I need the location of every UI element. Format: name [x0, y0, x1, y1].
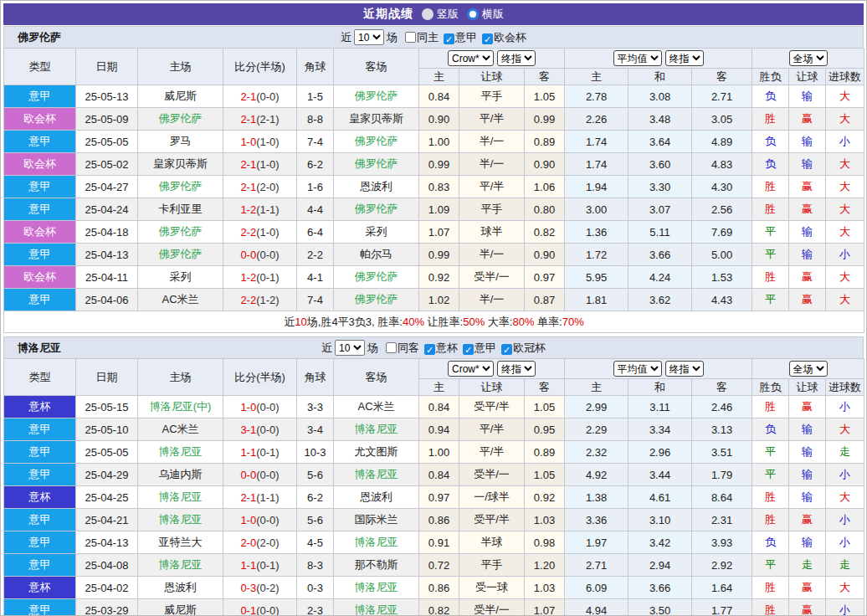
- handicap-cell: 半/一: [459, 131, 525, 153]
- avg-away-cell: 3.13: [692, 418, 752, 441]
- final-odds-select[interactable]: 终指: [497, 361, 536, 377]
- result-handicap-cell: 赢: [789, 266, 826, 289]
- home-team-cell: 佛罗伦萨: [138, 108, 223, 131]
- result-handicap-cell: 赢: [789, 176, 826, 198]
- team-name: 佛罗伦萨: [18, 30, 61, 45]
- final-avg-select[interactable]: 终指: [665, 361, 704, 377]
- result-wdl-cell: 胜: [752, 599, 789, 616]
- avg-draw-cell: 3.30: [628, 176, 692, 198]
- avg-home-cell: 2.32: [565, 441, 628, 464]
- final-avg-select[interactable]: 终指: [665, 50, 704, 66]
- radio-horizontal-icon[interactable]: [467, 8, 479, 20]
- radio-vertical-icon[interactable]: [422, 8, 434, 20]
- result-goals-cell: 小: [826, 531, 864, 554]
- result-wdl-cell: 胜: [752, 176, 789, 198]
- odds-source-select[interactable]: Crow*: [448, 361, 494, 377]
- sub-col-header: 客: [525, 69, 565, 85]
- corner-cell: 6-4: [297, 221, 334, 244]
- handicap-cell: 平手: [459, 198, 525, 221]
- average-select[interactable]: 平均值: [613, 50, 662, 66]
- sub-col-header: 让球: [789, 379, 826, 396]
- avg-away-cell: 2.31: [692, 509, 752, 531]
- team-name: 博洛尼亚: [18, 341, 61, 356]
- sub-col-header: 主: [419, 379, 459, 396]
- date-cell: 25-04-27: [76, 176, 138, 198]
- league-badge: 意甲: [4, 599, 76, 616]
- handicap-cell: 受平/半: [459, 509, 525, 531]
- corner-cell: 0-3: [297, 577, 334, 599]
- avg-draw-cell: 2.94: [628, 554, 692, 577]
- result-handicap-cell: 赢: [789, 396, 826, 418]
- filter-checkbox-label: 欧冠杯: [513, 341, 546, 354]
- result-goals-cell: 大: [826, 577, 864, 599]
- filter-checkbox[interactable]: ✓: [424, 344, 435, 355]
- filter-checkbox[interactable]: [386, 342, 397, 353]
- recent-label: 近: [321, 341, 332, 356]
- match-count-select[interactable]: 10: [354, 29, 384, 45]
- away-team-cell: 博洛尼亚: [334, 599, 419, 616]
- corner-cell: 8-3: [297, 554, 334, 577]
- score-cell: 1-2(0-1): [223, 266, 297, 289]
- sub-col-header: 主: [565, 379, 628, 396]
- result-goals-cell: 大: [826, 153, 864, 176]
- filter-checkbox[interactable]: [405, 32, 416, 43]
- result-wdl-cell: 胜: [752, 396, 789, 418]
- avg-home-cell: 2.78: [565, 85, 628, 108]
- league-checkboxes: 同客✓意杯✓意甲✓欧冠杯: [381, 341, 546, 356]
- result-goals-cell: 大: [826, 418, 864, 441]
- avg-draw-cell: 3.07: [628, 198, 692, 221]
- summary-segment: 近: [284, 316, 295, 328]
- date-cell: 25-04-13: [76, 244, 138, 266]
- filter-checkbox-label: 意杯: [436, 341, 458, 354]
- result-handicap-cell: 赢: [789, 289, 826, 311]
- avg-home-cell: 2.71: [565, 554, 628, 577]
- home-odds-cell: 0.86: [419, 577, 459, 599]
- fulltime-select[interactable]: 全场: [789, 361, 828, 377]
- league-badge: 意甲: [4, 509, 76, 531]
- result-handicap-cell: 赢: [789, 599, 826, 616]
- corner-cell: 1-6: [297, 176, 334, 198]
- average-select[interactable]: 平均值: [613, 361, 662, 377]
- final-odds-select[interactable]: 终指: [497, 50, 536, 66]
- result-handicap-cell: 赢: [789, 198, 826, 221]
- radio-horizontal-layout[interactable]: 横版: [467, 7, 504, 22]
- sub-col-header: 让球: [459, 379, 525, 396]
- league-badge: 意甲: [4, 289, 76, 311]
- avg-home-cell: 6.09: [565, 577, 628, 599]
- result-handicap-cell: 输: [789, 221, 826, 244]
- score-cell: 0-3(0-2): [223, 577, 297, 599]
- avg-home-cell: 1.94: [565, 176, 628, 198]
- filter-checkbox-label: 欧会杯: [494, 31, 526, 44]
- league-badge: 意杯: [4, 486, 76, 509]
- score-cell: 2-1(0-0): [223, 85, 297, 108]
- filter-checkbox[interactable]: ✓: [482, 33, 493, 44]
- away-odds-cell: 0.90: [525, 244, 565, 266]
- away-odds-cell: 1.03: [525, 509, 565, 531]
- odds-source-select[interactable]: Crow*: [448, 50, 494, 66]
- away-odds-cell: 1.06: [525, 176, 565, 198]
- col-score: 比分(半场): [223, 49, 297, 85]
- avg-home-cell: 2.29: [565, 418, 628, 441]
- radio-vertical-layout[interactable]: 竖版: [422, 7, 459, 22]
- result-wdl-cell: 平: [752, 554, 789, 577]
- corner-cell: 7-4: [297, 289, 334, 311]
- summary-segment: 单率:: [534, 316, 562, 328]
- filter-checkbox[interactable]: ✓: [444, 33, 454, 44]
- avg-home-cell: 4.94: [565, 599, 628, 616]
- date-cell: 25-05-09: [76, 108, 138, 131]
- fulltime-group: 全场: [752, 359, 864, 379]
- summary-segment: 40%: [403, 316, 424, 328]
- avg-draw-cell: 3.11: [628, 396, 692, 418]
- fulltime-select[interactable]: 全场: [789, 50, 828, 66]
- away-team-cell: 博洛尼亚: [334, 418, 419, 441]
- avg-away-cell: 2.46: [692, 396, 752, 418]
- filter-checkbox[interactable]: ✓: [463, 344, 474, 355]
- sections-container: 佛罗伦萨 近 10 场 同主✓意甲✓欧会杯 类型 日期 主场 比分(半场): [3, 26, 864, 616]
- away-team-cell: 佛罗伦萨: [334, 153, 419, 176]
- home-team-cell: 博洛尼亚: [138, 441, 223, 464]
- score-cell: 2-1(1-1): [223, 486, 297, 509]
- match-count-select[interactable]: 10: [335, 340, 365, 356]
- home-odds-cell: 0.84: [419, 464, 459, 486]
- score-cell: 2-2(1-2): [223, 289, 297, 311]
- filter-checkbox[interactable]: ✓: [501, 344, 512, 355]
